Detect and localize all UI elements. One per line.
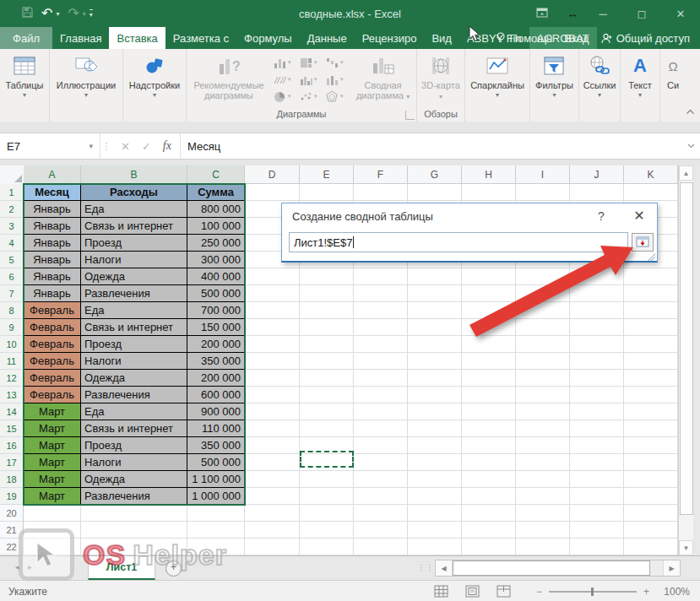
range-input[interactable]: Лист1!$E$7 xyxy=(289,232,628,252)
scroll-right-icon[interactable]: ▶ xyxy=(663,560,680,576)
filters-button[interactable]: Фильтры ▾ xyxy=(532,51,577,107)
recommended-charts-button[interactable]: ? Рекомендуемые диаграммы xyxy=(187,51,271,107)
links-button[interactable]: Ссылки ▾ xyxy=(580,51,620,107)
row-header-6[interactable]: 6 xyxy=(0,268,24,285)
stock-chart-icon[interactable]: ▾ xyxy=(271,71,297,88)
radar-chart-icon[interactable]: ▾ xyxy=(323,88,350,105)
undo-icon[interactable]: ↶ xyxy=(41,8,52,19)
text-button[interactable]: A Текст ▾ xyxy=(625,51,655,107)
tell-me-help[interactable]: Помощн xyxy=(496,32,553,45)
name-box[interactable]: E7 ▾ xyxy=(0,133,100,159)
minimize-button[interactable]: ─ xyxy=(583,8,622,20)
dialog-resize-grip[interactable] xyxy=(646,251,656,261)
table-cell[interactable]: Январь xyxy=(24,218,81,235)
sheet-tab-list1[interactable]: Лист1 xyxy=(88,556,155,580)
select-all-corner[interactable] xyxy=(0,165,24,185)
row-header-17[interactable]: 17 xyxy=(0,454,24,471)
column-chart-icon[interactable]: ▾ xyxy=(271,54,297,71)
table-cell[interactable]: Связь и интернет xyxy=(81,319,187,336)
redo-icon[interactable]: ↷ xyxy=(68,8,79,19)
table-cell[interactable]: Еда xyxy=(81,201,187,218)
table-cell[interactable]: 600 000 xyxy=(187,387,245,403)
horizontal-scroll-thumb[interactable] xyxy=(453,560,650,576)
undo-dropdown-icon[interactable]: ▾ xyxy=(56,10,59,18)
table-cell[interactable]: 300 000 xyxy=(187,252,245,268)
table-cell[interactable]: 200 000 xyxy=(187,370,245,387)
table-cell[interactable]: Развлечения xyxy=(81,488,187,505)
table-cell[interactable]: Февраль xyxy=(24,319,81,336)
scatter-chart-icon[interactable]: ▾ xyxy=(297,88,323,105)
table-cell[interactable]: Март xyxy=(24,454,81,471)
table-cell[interactable]: Месяц xyxy=(24,184,81,201)
row-header-11[interactable]: 11 xyxy=(0,353,24,370)
row-header-22[interactable]: 22 xyxy=(0,539,24,555)
bar-chart-icon[interactable]: ▾ xyxy=(297,71,323,88)
table-cell[interactable]: Февраль xyxy=(24,353,81,370)
maximize-button[interactable]: ◻ xyxy=(622,8,661,20)
table-cell[interactable]: Налоги xyxy=(81,353,187,370)
scroll-left-icon[interactable]: ◀ xyxy=(436,560,453,576)
expense-table[interactable]: МесяцРасходыСуммаЯнварьЕда800 000ЯнварьС… xyxy=(24,184,245,505)
table-cell[interactable]: 1 100 000 xyxy=(187,471,245,488)
column-header-C[interactable]: C xyxy=(187,165,245,184)
tab-рецензиро[interactable]: Рецензиро xyxy=(355,27,425,49)
column-header-A[interactable]: A xyxy=(24,165,81,184)
table-cell[interactable]: Январь xyxy=(24,268,81,285)
table-cell[interactable]: Январь xyxy=(24,285,81,302)
close-button[interactable]: ✕ xyxy=(661,8,700,20)
column-header-F[interactable]: F xyxy=(354,165,408,184)
table-cell[interactable]: Март xyxy=(24,403,81,420)
column-header-D[interactable]: D xyxy=(245,165,300,184)
table-cell[interactable]: Февраль xyxy=(24,387,81,403)
share-button[interactable]: Общий доступ xyxy=(601,32,690,45)
zoom-level[interactable]: 100% xyxy=(659,586,690,598)
formula-input[interactable]: Месяц xyxy=(181,133,681,159)
table-cell[interactable]: Еда xyxy=(81,403,187,420)
table-cell[interactable]: 150 000 xyxy=(187,319,245,336)
table-cell[interactable]: 700 000 xyxy=(187,302,245,319)
table-cell[interactable]: 1 000 000 xyxy=(187,488,245,505)
customize-qat-icon[interactable]: ▾ xyxy=(90,9,93,19)
page-layout-view-icon[interactable] xyxy=(465,585,480,598)
dialog-launcher-icon[interactable] xyxy=(405,111,415,120)
row-header-14[interactable]: 14 xyxy=(0,403,24,420)
column-header-I[interactable]: I xyxy=(516,165,570,184)
cancel-entry-icon[interactable]: ✕ xyxy=(121,140,130,153)
tab-данные[interactable]: Данные xyxy=(300,27,355,49)
table-cell[interactable]: Развлечения xyxy=(81,285,187,302)
table-cell[interactable]: Февраль xyxy=(24,302,81,319)
row-header-9[interactable]: 9 xyxy=(0,319,24,336)
table-cell[interactable]: 100 000 xyxy=(187,218,245,235)
pivot-chart-button[interactable]: Сводная диаграмма ▾ xyxy=(350,51,416,107)
table-cell[interactable]: Февраль xyxy=(24,370,81,387)
row-header-10[interactable]: 10 xyxy=(0,336,24,353)
table-cell[interactable]: Март xyxy=(24,420,81,437)
range-selector-button[interactable] xyxy=(632,233,654,252)
table-cell[interactable]: Расходы xyxy=(81,184,187,201)
row-header-15[interactable]: 15 xyxy=(0,420,24,437)
table-cell[interactable]: Сумма xyxy=(187,184,245,201)
table-cell[interactable]: 500 000 xyxy=(187,285,245,302)
tab-scroll-splitter[interactable]: ⋮⋮ xyxy=(417,563,434,572)
table-cell[interactable]: Февраль xyxy=(24,336,81,353)
row-header-3[interactable]: 3 xyxy=(0,218,24,235)
horizontal-scrollbar[interactable]: ◀ ▶ xyxy=(435,560,681,577)
add-sheet-icon[interactable]: + xyxy=(166,560,182,577)
sheet-nav-arrows[interactable]: ◂▸ xyxy=(15,562,41,571)
dialog-help-button[interactable]: ? xyxy=(593,209,610,223)
dialog-close-button[interactable]: ✕ xyxy=(630,208,648,224)
table-cell[interactable]: 800 000 xyxy=(187,201,245,218)
column-header-G[interactable]: G xyxy=(408,165,462,184)
redo-dropdown-icon[interactable]: ▾ xyxy=(83,10,86,18)
column-header-E[interactable]: E xyxy=(300,165,354,184)
row-header-13[interactable]: 13 xyxy=(0,387,24,403)
column-header-B[interactable]: B xyxy=(81,165,187,184)
table-cell[interactable]: Связь и интернет xyxy=(81,218,187,235)
row-header-12[interactable]: 12 xyxy=(0,370,24,387)
row-header-16[interactable]: 16 xyxy=(0,437,24,454)
insert-function-icon[interactable]: fx xyxy=(163,139,171,153)
vertical-scroll-thumb[interactable] xyxy=(680,182,693,515)
collapse-ribbon-icon[interactable] xyxy=(686,103,695,118)
row-header-7[interactable]: 7 xyxy=(0,285,24,302)
column-header-H[interactable]: H xyxy=(462,165,516,184)
